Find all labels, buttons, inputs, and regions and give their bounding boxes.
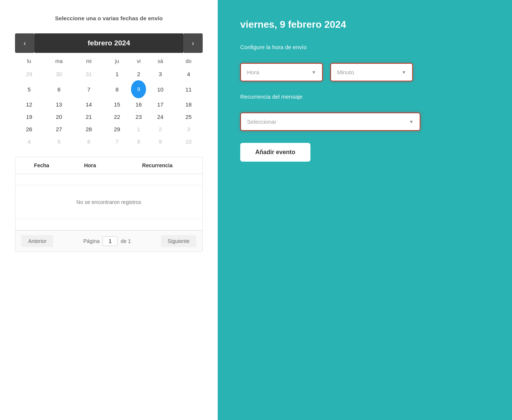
calendar-day[interactable]: 13 [43, 98, 75, 111]
left-panel: Seleccione una o varias fechas de envío … [0, 0, 218, 420]
calendar-day[interactable]: 11 [175, 80, 203, 98]
weekday-header: ma [43, 54, 75, 68]
calendar-day[interactable]: 29 [15, 68, 43, 80]
table-column-header: Recurrencia [112, 157, 202, 174]
prev-page-button[interactable]: Anterior [21, 235, 53, 247]
calendar-day[interactable]: 14 [75, 98, 103, 111]
table-column-header: Fecha [15, 157, 68, 174]
prev-month-button[interactable]: ‹ [15, 33, 35, 53]
next-page-button[interactable]: Siguiente [161, 235, 196, 247]
calendar-day[interactable]: 7 [75, 80, 103, 98]
calendar-day[interactable]: 1 [131, 123, 146, 135]
calendar-day[interactable]: 2 [146, 123, 174, 135]
calendar-week-row: 19202122232425 [15, 111, 203, 123]
calendar-day[interactable]: 24 [146, 111, 174, 123]
weekday-header: sá [146, 54, 174, 68]
time-row: Hora ▼ Minuto ▼ [240, 63, 489, 81]
weekday-header: mi [75, 54, 103, 68]
calendar-day[interactable]: 20 [43, 111, 75, 123]
calendar-day[interactable]: 25 [175, 111, 203, 123]
calendar-day[interactable]: 27 [43, 123, 75, 135]
calendar-day[interactable]: 4 [175, 68, 203, 80]
weekday-header: do [175, 54, 203, 68]
calendar-day[interactable]: 3 [146, 68, 174, 80]
calendar-header: ‹ febrero 2024 › [15, 33, 203, 53]
of-label: de 1 [120, 238, 131, 244]
calendar-day[interactable]: 6 [43, 80, 75, 98]
table-column-header: Hora [68, 157, 112, 174]
hora-placeholder: Hora [247, 69, 259, 75]
hora-chevron-icon: ▼ [312, 70, 316, 75]
weekday-row: lumamijuvisádo [15, 54, 203, 68]
recurrence-dropdown[interactable]: Seleccionar ▼ [240, 112, 420, 131]
no-records-row: No se encontraron registros [15, 185, 202, 219]
calendar-week-row: 12131415161718 [15, 98, 203, 111]
calendar-week-row: 2930311234 [15, 68, 203, 80]
calendar-day[interactable]: 31 [75, 68, 103, 80]
calendar-day[interactable]: 8 [131, 135, 146, 148]
section-title: Seleccione una o varias fechas de envío [15, 15, 203, 21]
recurrence-label: Recurrencia del mensaje [240, 93, 489, 100]
pagination: Anterior Página de 1 Siguiente [15, 230, 202, 252]
calendar-day[interactable]: 28 [75, 123, 103, 135]
data-table: FechaHoraRecurrencia No se encontraron r… [15, 157, 202, 230]
calendar-day[interactable]: 1 [103, 68, 131, 80]
calendar-day[interactable]: 6 [75, 135, 103, 148]
calendar-day[interactable]: 23 [131, 111, 146, 123]
table-empty-row-1 [15, 174, 202, 185]
calendar-day[interactable]: 21 [75, 111, 103, 123]
calendar-day[interactable]: 5 [15, 80, 43, 98]
weekday-header: vi [131, 54, 146, 68]
calendar-day[interactable]: 16 [131, 98, 146, 111]
data-table-container: FechaHoraRecurrencia No se encontraron r… [15, 157, 203, 252]
calendar-container: ‹ febrero 2024 › lumamijuvisádo 29303112… [15, 33, 203, 148]
calendar-body: 2930311234567891011121314151617181920212… [15, 68, 203, 148]
calendar-day[interactable]: 10 [175, 135, 203, 148]
weekday-header: ju [103, 54, 131, 68]
recurrence-placeholder: Seleccionar [247, 118, 276, 125]
calendar-day[interactable]: 9 [131, 80, 146, 98]
minuto-chevron-icon: ▼ [402, 70, 406, 75]
page-label: Página [83, 238, 100, 244]
calendar-day[interactable]: 9 [146, 135, 174, 148]
minuto-placeholder: Minuto [337, 69, 354, 75]
calendar-week-row: 45678910 [15, 135, 203, 148]
config-hora-label: Configure la hora de envío [240, 44, 489, 50]
calendar-day[interactable]: 4 [15, 135, 43, 148]
page-input[interactable] [102, 236, 117, 246]
no-records-message: No se encontraron registros [15, 185, 202, 219]
next-month-button[interactable]: › [183, 33, 203, 53]
add-event-button[interactable]: Añadir evento [240, 143, 310, 162]
pagination-info: Página de 1 [83, 236, 131, 246]
calendar-day[interactable]: 22 [103, 111, 131, 123]
calendar-day[interactable]: 3 [175, 123, 203, 135]
calendar-week-row: 567891011 [15, 80, 203, 98]
calendar-day[interactable]: 5 [43, 135, 75, 148]
table-empty-row-2 [15, 219, 202, 230]
calendar-day[interactable]: 8 [103, 80, 131, 98]
calendar-grid: lumamijuvisádo 2930311234567891011121314… [15, 54, 203, 148]
calendar-day[interactable]: 29 [103, 123, 131, 135]
calendar-day[interactable]: 18 [175, 98, 203, 111]
calendar-day[interactable]: 7 [103, 135, 131, 148]
calendar-day[interactable]: 2 [131, 68, 146, 80]
calendar-day[interactable]: 30 [43, 68, 75, 80]
weekday-header: lu [15, 54, 43, 68]
recurrence-chevron-icon: ▼ [409, 119, 414, 124]
calendar-day[interactable]: 10 [146, 80, 174, 98]
calendar-day[interactable]: 15 [103, 98, 131, 111]
calendar-day[interactable]: 12 [15, 98, 43, 111]
hora-dropdown[interactable]: Hora ▼ [240, 63, 323, 81]
calendar-day[interactable]: 26 [15, 123, 43, 135]
calendar-day[interactable]: 17 [146, 98, 174, 111]
calendar-day[interactable]: 19 [15, 111, 43, 123]
calendar-month-label: febrero 2024 [35, 33, 183, 53]
minuto-dropdown[interactable]: Minuto ▼ [330, 63, 413, 81]
right-panel: viernes, 9 febrero 2024 Configure la hor… [218, 0, 512, 420]
date-heading: viernes, 9 febrero 2024 [240, 19, 489, 30]
table-header-row: FechaHoraRecurrencia [15, 157, 202, 174]
calendar-week-row: 26272829123 [15, 123, 203, 135]
